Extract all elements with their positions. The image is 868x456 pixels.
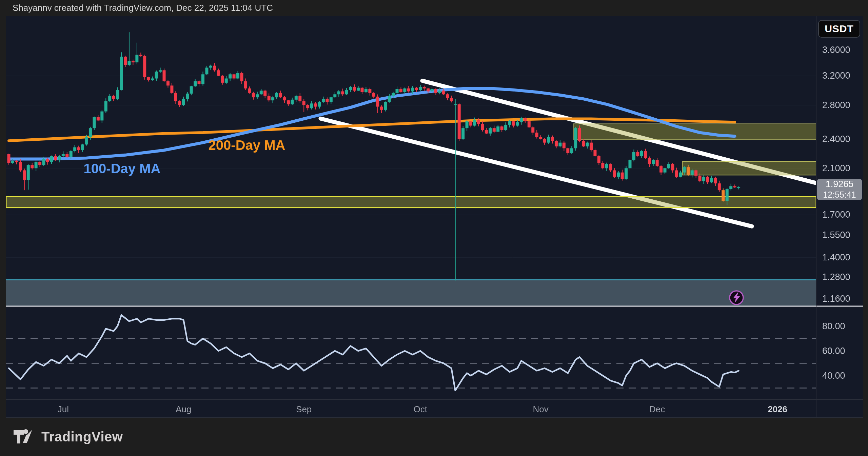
time-tick-Jul: Jul xyxy=(58,404,69,415)
time-tick-Sep: Sep xyxy=(296,404,312,415)
quote-currency-badge[interactable]: USDT xyxy=(818,20,860,38)
price-tick-1.4000: 1.4000 xyxy=(822,252,850,262)
price-chart-canvas[interactable] xyxy=(0,0,868,456)
time-tick-Dec: Dec xyxy=(649,404,665,415)
chart-window: Shayannv created with TradingView.com, D… xyxy=(0,0,868,456)
time-tick-Nov: Nov xyxy=(533,404,549,415)
price-tick-1.2800: 1.2800 xyxy=(822,272,850,282)
price-tick-3.2000: 3.2000 xyxy=(822,71,850,81)
price-tick-2.8000: 2.8000 xyxy=(822,100,850,110)
price-tick-1.1600: 1.1600 xyxy=(822,294,850,304)
flash-marker-icon[interactable] xyxy=(728,290,745,306)
price-tick-2.1000: 2.1000 xyxy=(822,163,850,173)
tradingview-logo-icon xyxy=(14,428,35,445)
tradingview-logo-text: TradingView xyxy=(41,429,123,444)
time-tick-Oct: Oct xyxy=(413,404,427,415)
price-tick-1.5500: 1.5500 xyxy=(822,230,850,240)
rsi-tick-40.00: 40.00 xyxy=(822,371,845,381)
rsi-tick-60.00: 60.00 xyxy=(822,346,845,356)
price-tick-1.7000: 1.7000 xyxy=(822,210,850,220)
time-tick-Aug: Aug xyxy=(176,404,191,415)
tradingview-logo[interactable]: TradingView xyxy=(14,428,123,445)
time-tick-2026: 2026 xyxy=(768,404,787,415)
rsi-tick-80.00: 80.00 xyxy=(822,321,845,331)
price-tick-2.4000: 2.4000 xyxy=(822,134,850,144)
price-tick-3.6000: 3.6000 xyxy=(822,45,850,55)
